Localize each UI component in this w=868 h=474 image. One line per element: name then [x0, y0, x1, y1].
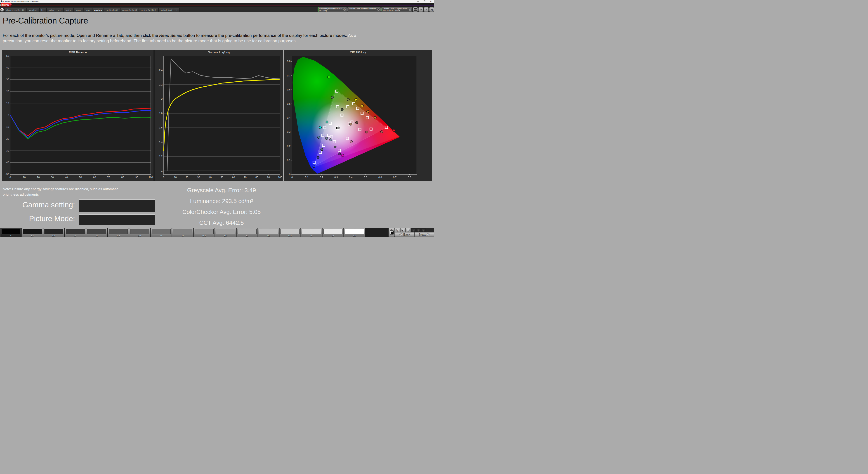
svg-text:-50: -50 [5, 173, 9, 176]
next-button[interactable]: Next » [414, 232, 434, 237]
help-button[interactable]: ? [424, 7, 429, 12]
swatch-color [259, 229, 278, 234]
collapse-panel-button[interactable]: ◀ [429, 7, 434, 12]
svg-text:0.8: 0.8 [287, 60, 290, 63]
svg-text:0.7: 0.7 [393, 176, 397, 179]
source-dropdown[interactable]: CalMAN Client 3 Pattern Generator ▼ [347, 7, 381, 12]
read-button[interactable]: ▶ [400, 228, 405, 232]
tab-custom[interactable]: custom [92, 8, 104, 12]
accept-button[interactable]: ✔ [421, 228, 426, 232]
add-tab-button[interactable]: + [174, 8, 180, 12]
svg-text:1.4: 1.4 [159, 141, 162, 143]
gamma-setting-input[interactable] [79, 199, 155, 212]
svg-text:-20: -20 [5, 137, 9, 140]
tab-standard[interactable]: standard [27, 8, 39, 12]
svg-text:1: 1 [161, 169, 162, 172]
svg-text:0.6: 0.6 [287, 88, 290, 91]
stop-button[interactable]: ■ [395, 228, 400, 232]
grey-swatch-81.6[interactable]: 81.6 [279, 228, 301, 237]
tab-fps[interactable]: fps [39, 8, 46, 12]
ddc-monitor-icon: DDC [414, 8, 417, 11]
grey-swatch-31.4[interactable]: 31.4 [107, 228, 129, 237]
display-dropdown[interactable]: CalMAN Client 3 Display Profiler MO27Q28… [381, 7, 412, 12]
swatch-label: 88 [301, 235, 322, 237]
swatch-color [1, 229, 20, 234]
tab-custom-apl-mid[interactable]: custom/apl-mid [120, 8, 139, 12]
tab-nav-button[interactable]: ▶ [0, 8, 4, 11]
grey-swatch-44[interactable]: 44 [151, 228, 172, 237]
settings-button[interactable]: ⚙ [418, 7, 423, 12]
svg-text:20: 20 [186, 176, 188, 179]
swatch-label: 100 [344, 235, 365, 237]
grey-swatch-0[interactable]: 0 [0, 228, 22, 237]
tab-movie[interactable]: movie [74, 8, 84, 12]
transport-cluster: ▲ ■ ▶ [↔] ∞ ⟳ ✔ [388, 228, 434, 237]
tab-moba[interactable]: moba [46, 8, 56, 12]
tab-rpg[interactable]: rpg [56, 8, 63, 12]
instructions-text: For each of the monitor's picture mode, … [3, 33, 432, 43]
tab-srgb-apl-mid[interactable]: srgb/apl-mid [104, 8, 120, 12]
picture-mode-input[interactable] [79, 214, 155, 225]
grey-swatch-100[interactable]: 100 [344, 228, 365, 237]
grey-swatch-19[interactable]: 19 [65, 228, 86, 237]
grey-swatch-56.5[interactable]: 56.5 [193, 228, 215, 237]
svg-text:0.5: 0.5 [287, 102, 290, 105]
grey-swatch-37.6[interactable]: 37.6 [129, 228, 150, 237]
grey-swatch-62.7[interactable]: 62.7 [215, 228, 236, 237]
svg-text:0.1: 0.1 [287, 159, 290, 161]
close-icon[interactable]: ✕ [428, 0, 434, 3]
svg-text:0.5: 0.5 [364, 176, 367, 179]
minimize-icon[interactable]: — [415, 0, 421, 3]
help-icon: ? [426, 8, 427, 11]
svg-text:0.2: 0.2 [287, 145, 290, 147]
tab-strip: chosen-srgb/brt-70standardfpsmobarpgraci… [4, 7, 180, 12]
svg-text:0.3: 0.3 [287, 130, 290, 133]
gear-icon: ⚙ [420, 8, 422, 11]
layout-main: Pre-Calibration Capture For each of the … [0, 12, 434, 228]
pattern-window-button[interactable]: ▲ [389, 228, 395, 237]
calman-menu-button[interactable]: CalMAN ▼ [1, 3, 11, 6]
grey-swatch-69[interactable]: 69 [237, 228, 258, 237]
swatch-label: 62.7 [215, 235, 236, 237]
svg-text:0.4: 0.4 [287, 116, 290, 119]
svg-text:20: 20 [37, 176, 39, 179]
grey-swatch-12.5[interactable]: 12.5 [43, 228, 64, 237]
grey-swatch-50[interactable]: 50 [172, 228, 193, 237]
svg-text:90: 90 [135, 176, 138, 179]
tab-chosen-srgb-brt-70[interactable]: chosen-srgb/brt-70 [4, 8, 26, 12]
swatch-label: 0 [0, 235, 21, 237]
swatch-label: 69 [237, 235, 257, 237]
swatch-label: 81.6 [280, 235, 301, 237]
svg-text:10: 10 [6, 102, 9, 105]
tab-srgb[interactable]: srgb [84, 8, 92, 12]
refresh-button[interactable]: ⟳ [416, 228, 421, 232]
rgb-balance-panel: RGB Balance 50403020100-10-20-30-40-5001… [2, 50, 154, 181]
tab-srgb-default[interactable]: srgb-default [158, 8, 174, 12]
svg-text:-30: -30 [5, 149, 9, 152]
tab-racing[interactable]: racing [64, 8, 73, 12]
continuous-read-button[interactable]: ∞ [411, 228, 416, 232]
meter-dropdown[interactable]: Colorimetry Research CR-100 mo27q28g ▼ [318, 7, 347, 12]
back-button[interactable]: « Back [395, 232, 414, 237]
grey-swatch-94[interactable]: 94 [322, 228, 344, 237]
gamma-setting-label: Gamma setting: [22, 201, 75, 209]
grey-swatch-75.3[interactable]: 75.3 [258, 228, 279, 237]
chevron-right-icon: » [427, 233, 430, 236]
ddc-button[interactable]: DDC [413, 7, 418, 12]
tab-custom-apl-high[interactable]: custom/apl-high [139, 8, 158, 12]
os-titlebar: CalMAN 2016 CalMAN Ultimate for Business… [0, 0, 434, 3]
swatch-color [152, 229, 170, 234]
svg-text:50: 50 [79, 176, 82, 179]
chevron-down-icon: ▼ [377, 8, 380, 11]
svg-text:100: 100 [149, 176, 153, 179]
svg-text:0.6: 0.6 [378, 176, 382, 179]
grey-swatch-88[interactable]: 88 [301, 228, 322, 237]
grey-swatch-6.3[interactable]: 6.3 [22, 228, 43, 237]
maximize-icon[interactable]: ❐ [421, 0, 428, 3]
svg-text:2.4: 2.4 [159, 69, 162, 71]
colorchecker-avg-error: ColorChecker Avg. Error: 5.05 [158, 206, 285, 217]
play-icon: ▶ [401, 229, 404, 232]
read-series-button[interactable]: [↔] [405, 228, 411, 232]
grey-swatch-25[interactable]: 25 [86, 228, 107, 237]
stop-icon: ■ [396, 229, 399, 232]
